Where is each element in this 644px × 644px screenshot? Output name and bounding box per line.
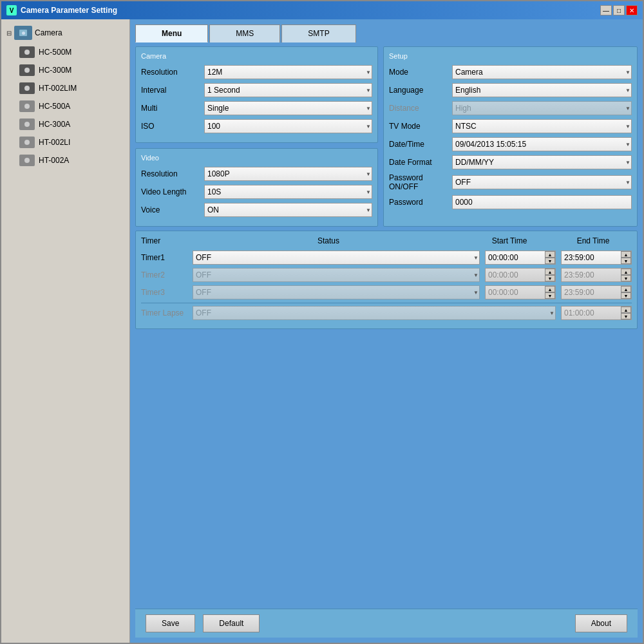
setup-password-onoff-row: Password ON/OFF OFFON ▼ [389,173,632,191]
timer-lapse-status-select[interactable]: OFFON [193,306,556,320]
video-voice-wrapper: ONOFF ▼ [204,203,372,217]
camera-icon-hc300m [19,64,35,76]
timer-col-start-label: Start Time [464,236,554,245]
timer-lapse-start-down[interactable]: ▼ [621,313,631,319]
timer3-status-wrapper: OFFON ▼ [193,285,480,299]
setup-section-title: Setup [389,52,632,60]
timer3-start-down[interactable]: ▼ [545,292,555,299]
sidebar-label-hc500m: HC-500M [39,48,71,57]
camera-resolution-row: Resolution 12M8M5M ▼ [141,65,372,79]
timer2-start-down[interactable]: ▼ [545,275,555,281]
timer2-status-select[interactable]: OFFON [193,268,480,282]
sidebar-label-ht002lim: HT-002LIM [39,84,77,93]
timer1-end-down[interactable]: ▼ [621,258,631,264]
setup-dateformat-select[interactable]: DD/MM/YYMM/DD/YYYY/MM/DD [452,155,632,169]
setup-password-label: Password [389,198,447,207]
timer-col-status-label: Status [193,236,464,245]
setup-distance-select[interactable]: HighMiddleLow [452,101,632,115]
video-length-select[interactable]: 10S20S30S [204,185,372,199]
timer1-start-down[interactable]: ▼ [545,258,555,264]
setup-mode-select[interactable]: CameraVideoHybrid [452,65,632,79]
setup-dateformat-wrapper: DD/MM/YYMM/DD/YYYY/MM/DD ▼ [452,155,632,169]
timer3-start-spin: ▲ ▼ [545,286,555,299]
timer3-row: Timer3 OFFON ▼ ▲ ▼ [141,285,632,299]
timer3-end-up[interactable]: ▲ [621,286,631,292]
setup-datetime-select[interactable]: 09/04/2013 15:05:15 [452,137,632,151]
camera-resolution-wrapper: 12M8M5M ▼ [204,65,372,79]
sidebar-label-hc300a: HC-300A [39,120,70,129]
video-voice-select[interactable]: ONOFF [204,203,372,217]
timer3-end-down[interactable]: ▼ [621,292,631,299]
timer3-status-select[interactable]: OFFON [193,285,480,299]
save-button[interactable]: Save [146,614,195,632]
sidebar-item-hc300m[interactable]: HC-300M [4,62,127,79]
timer1-start-spin: ▲ ▼ [545,251,555,264]
setup-tvmode-label: TV Mode [389,122,447,131]
close-button[interactable]: ✕ [626,5,638,15]
setup-password-input[interactable] [452,195,632,209]
main-content: ⊟ Camera HC-500M HC-300M HT-002LIM HC-50… [1,19,643,643]
camera-iso-select[interactable]: 100200400Auto [204,119,372,133]
timer2-row: Timer2 OFFON ▼ ▲ ▼ [141,268,632,282]
timer-col-end-label: End Time [554,236,632,245]
sidebar-item-ht002lim[interactable]: HT-002LIM [4,80,127,97]
camera-multi-select[interactable]: SingleMulti [204,101,372,115]
camera-interval-select[interactable]: 1 Second5 Seconds [204,83,372,97]
sidebar-item-ht002li[interactable]: HT-002LI [4,134,127,151]
setup-password-onoff-select[interactable]: OFFON [452,175,632,189]
setup-language-wrapper: EnglishFrench ▼ [452,83,632,97]
sidebar: ⊟ Camera HC-500M HC-300M HT-002LIM HC-50… [1,19,130,643]
camera-interval-row: Interval 1 Second5 Seconds ▼ [141,83,372,97]
spacer [135,333,638,605]
setup-password-onoff-label: Password ON/OFF [389,173,447,191]
right-panel: Menu MMS SMTP Camera Resolution [130,19,643,643]
timer-header: Timer Status Start Time End Time [141,236,632,245]
video-length-label: Video Length [141,187,199,196]
titlebar-controls: — □ ✕ [600,5,638,15]
sidebar-item-hc500m[interactable]: HC-500M [4,44,127,61]
window-title: Camera Parameter Setting [21,6,117,15]
tree-root[interactable]: ⊟ Camera [4,24,127,41]
minimize-button[interactable]: — [600,5,612,15]
setup-password-row: Password [389,195,632,209]
tab-smtp[interactable]: SMTP [281,24,355,43]
timer3-end-wrapper: ▲ ▼ [561,285,632,299]
camera-icon-ht002li [19,137,35,148]
timer3-end-spin: ▲ ▼ [621,286,631,299]
tab-menu[interactable]: Menu [135,24,208,43]
timer2-end-up[interactable]: ▲ [621,269,631,275]
sidebar-item-hc500a[interactable]: HC-500A [4,98,127,115]
timer1-start-up[interactable]: ▲ [545,251,555,258]
camera-icon-hc300a [19,118,35,130]
video-resolution-wrapper: 1080P720P480P ▼ [204,167,372,181]
setup-dateformat-label: Date Format [389,158,447,167]
sidebar-item-ht002a[interactable]: HT-002A [4,152,127,169]
camera-resolution-select[interactable]: 12M8M5M [204,65,372,79]
timer2-start-up[interactable]: ▲ [545,269,555,275]
video-resolution-select[interactable]: 1080P720P480P [204,167,372,181]
timer2-start-spin: ▲ ▼ [545,269,555,281]
timer1-status-wrapper: OFFON ▼ [193,251,480,265]
camera-icon-hc500m [19,46,35,58]
setup-language-select[interactable]: EnglishFrench [452,83,632,97]
maximize-button[interactable]: □ [613,5,625,15]
about-button[interactable]: About [575,614,627,632]
timer3-start-up[interactable]: ▲ [545,286,555,292]
default-button[interactable]: Default [203,614,260,632]
sidebar-item-hc300a[interactable]: HC-300A [4,116,127,133]
timer2-end-down[interactable]: ▼ [621,275,631,281]
setup-tvmode-select[interactable]: NTSCPAL [452,119,632,133]
timer-lapse-start-wrapper: ▲ ▼ [561,306,632,320]
video-resolution-row: Resolution 1080P720P480P ▼ [141,167,372,181]
timer-lapse-start-up[interactable]: ▲ [621,307,631,313]
timer-lapse-status-wrapper: OFFON ▼ [193,306,556,320]
root-camera-icon [14,26,32,40]
timer2-label: Timer2 [141,270,187,279]
sidebar-label-ht002li: HT-002LI [39,138,70,147]
tab-mms[interactable]: MMS [209,24,280,43]
timer1-row: Timer1 OFFON ▼ ▲ ▼ [141,251,632,265]
timer2-status-wrapper: OFFON ▼ [193,268,480,282]
timer1-status-select[interactable]: OFFON [193,251,480,265]
timer1-end-up[interactable]: ▲ [621,251,631,258]
camera-iso-row: ISO 100200400Auto ▼ [141,119,372,133]
